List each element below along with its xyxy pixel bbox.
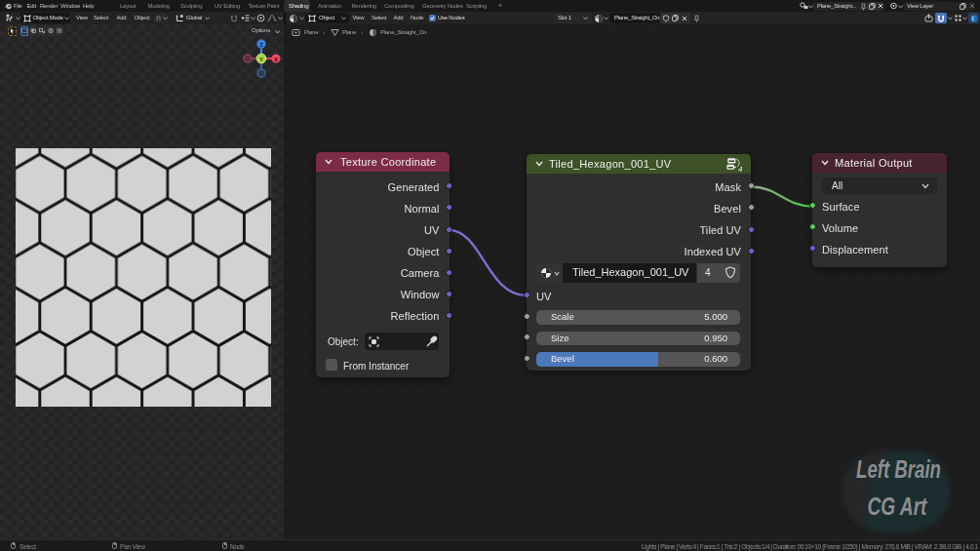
svg-text:Y: Y bbox=[259, 57, 263, 62]
svg-text:Left Brain: Left Brain bbox=[856, 455, 941, 483]
svg-text:Z: Z bbox=[259, 42, 263, 48]
svg-text:X: X bbox=[274, 57, 278, 62]
svg-text:CG Art: CG Art bbox=[868, 492, 928, 520]
